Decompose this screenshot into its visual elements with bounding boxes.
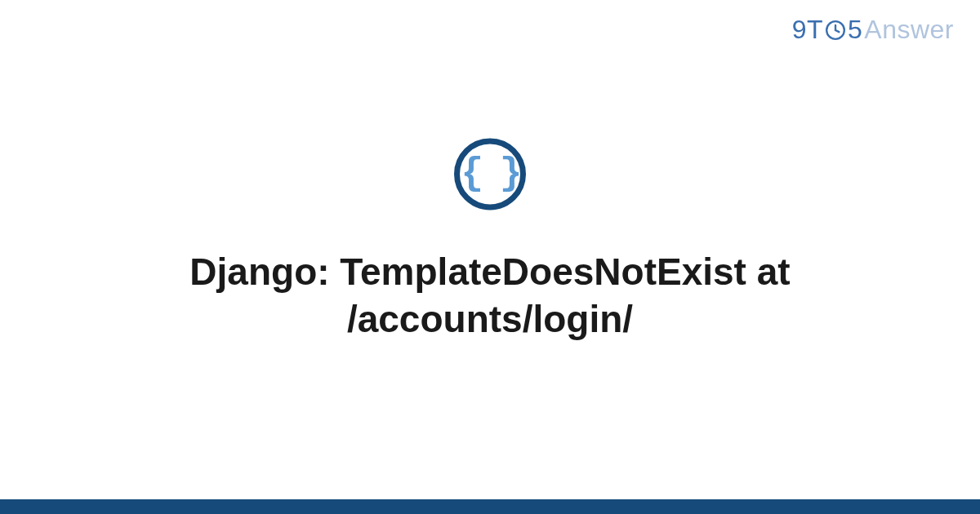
logo-text-9t: 9T bbox=[792, 15, 823, 45]
braces-glyph: { } bbox=[461, 155, 519, 193]
brand-logo[interactable]: 9T 5 Answer bbox=[792, 15, 954, 45]
clock-icon bbox=[824, 19, 847, 42]
logo-text-5: 5 bbox=[848, 15, 862, 45]
footer-bar bbox=[0, 499, 980, 514]
logo-text-answer: Answer bbox=[864, 15, 954, 45]
code-braces-icon: { } bbox=[454, 138, 526, 210]
page-title: Django: TemplateDoesNotExist at /account… bbox=[82, 249, 898, 343]
svg-line-2 bbox=[835, 30, 839, 32]
main-content: { } Django: TemplateDoesNotExist at /acc… bbox=[0, 138, 980, 343]
